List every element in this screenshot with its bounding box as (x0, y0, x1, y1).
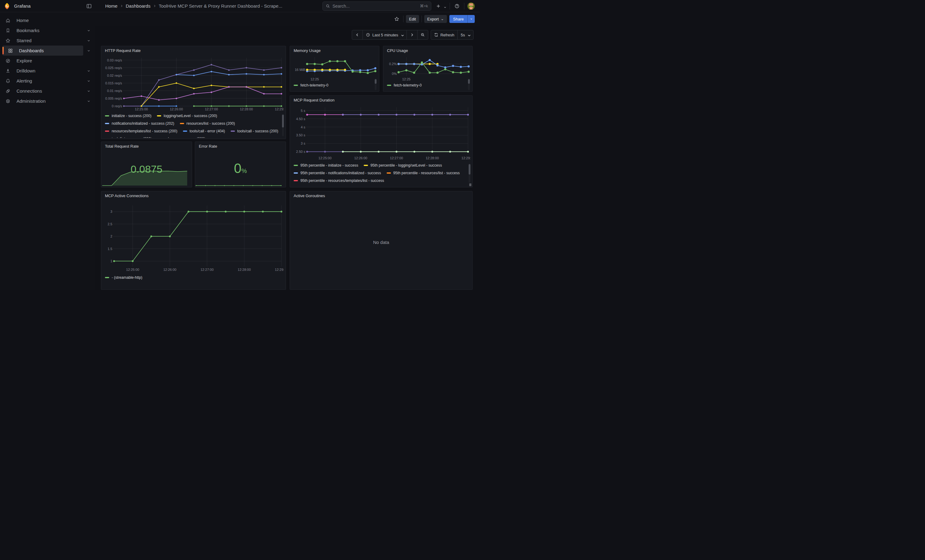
http-request-rate-chart: 0 req/s0.005 req/s0.01 req/s0.015 req/s0… (103, 56, 284, 111)
panel-mcp-active-connections: MCP Active Connections 11.522.5312:25:00… (101, 191, 286, 290)
zoom-out-time-button[interactable] (417, 30, 428, 39)
legend-scrollbar[interactable] (282, 114, 284, 136)
legend-item[interactable]: - (streamable-http) (105, 275, 142, 280)
svg-text:12:29:00: 12:29:00 (275, 107, 284, 111)
add-new-button[interactable] (434, 2, 442, 10)
chevron-down-icon[interactable] (87, 29, 90, 32)
legend-item[interactable]: logging/setLevel - success (200) (157, 113, 217, 118)
dashboard-toolbar: Edit Export Share (95, 12, 480, 26)
time-shift-back-button[interactable] (352, 30, 363, 39)
error-value: 0 (234, 161, 241, 176)
chevron-down-icon[interactable] (87, 49, 90, 53)
divider (464, 3, 464, 9)
breadcrumb-dashboards[interactable]: Dashboards (126, 3, 151, 9)
legend-item[interactable]: resources/templates/list - success (200) (105, 129, 178, 133)
legend-swatch (105, 123, 109, 124)
help-button[interactable] (453, 2, 461, 10)
error-unit: % (241, 168, 247, 174)
refresh-button[interactable]: Refresh (431, 30, 458, 39)
time-range-label: Last 5 minutes (372, 33, 398, 37)
edit-button[interactable]: Edit (406, 15, 419, 23)
legend: fetch-telemetry-0 (387, 83, 465, 90)
share-menu-button[interactable] (467, 15, 475, 23)
sidebar-item-connections[interactable]: Connections (3, 86, 83, 96)
chevron-down-icon[interactable] (87, 69, 90, 73)
svg-text:12:25: 12:25 (310, 77, 319, 81)
chevron-down-icon (401, 33, 404, 36)
avatar[interactable] (467, 3, 475, 10)
legend-item[interactable]: 95th percentile - logging/setLevel - suc… (364, 163, 442, 168)
legend-item[interactable]: tools/call - error (404) (183, 129, 225, 133)
home-icon (6, 18, 11, 23)
share-button[interactable]: Share (449, 15, 467, 23)
refresh-interval-picker[interactable]: 5s (457, 30, 473, 39)
svg-text:12:27:00: 12:27:00 (390, 156, 403, 160)
breadcrumb-home[interactable]: Home (105, 3, 118, 9)
panel-title[interactable]: Active Goroutines (290, 191, 472, 198)
sidebar-item-drilldown[interactable]: Drilldown (3, 66, 83, 76)
sidebar-item-dashboards[interactable]: Dashboards (3, 45, 83, 56)
star-dashboard-button[interactable] (393, 15, 401, 23)
legend-item[interactable]: initialize - success (200) (105, 113, 151, 118)
time-shift-forward-button[interactable] (407, 30, 417, 39)
legend-item[interactable]: 95th percentile - resources/list - succe… (387, 171, 460, 175)
search-shortcut: ⌘+k (420, 4, 428, 8)
legend-item[interactable]: 95th percentile - initialize - success (294, 163, 358, 168)
legend-item[interactable]: 95th percentile - resources/templates/li… (294, 178, 384, 183)
legend-label: - (streamable-http) (111, 275, 142, 280)
export-button[interactable]: Export (424, 15, 447, 23)
legend-item[interactable]: resources/list - success (200) (180, 121, 235, 126)
legend-item[interactable]: tools/list - success (200) (105, 136, 152, 138)
panel-title[interactable]: CPU Usage (383, 46, 472, 53)
panel-title[interactable]: MCP Active Connections (101, 191, 286, 198)
svg-text:12:26:00: 12:26:00 (163, 268, 176, 272)
legend-swatch (387, 85, 391, 86)
panel-title[interactable]: Total Request Rate (101, 142, 192, 149)
chevron-down-icon[interactable] (87, 99, 90, 103)
sidebar-item-label: Home (17, 18, 29, 23)
legend-label: tools/list - success (200) (111, 137, 152, 138)
chevron-down-icon[interactable] (443, 5, 447, 8)
legend-label: 95th percentile - resources/list - succe… (393, 171, 460, 175)
legend-swatch (294, 173, 298, 174)
sidebar-item-explore[interactable]: Explore (3, 56, 83, 66)
sidebar-item-home[interactable]: Home (3, 15, 83, 26)
svg-text:12:29:00: 12:29:00 (275, 268, 284, 272)
plug-icon (6, 89, 11, 93)
chevron-down-icon[interactable] (87, 79, 90, 83)
legend-swatch (294, 85, 298, 86)
legend-item[interactable]: tools/call - success (200) (230, 129, 278, 133)
legend-item[interactable]: fetch-telemetry-0 (387, 83, 422, 87)
time-range-picker[interactable]: Last 5 minutes (363, 30, 407, 39)
sidebar-item-alerting[interactable]: Alerting (3, 76, 83, 86)
legend-item[interactable]: unknown - success (200) (157, 136, 205, 138)
legend-scrollbar[interactable] (468, 78, 470, 90)
legend-item[interactable]: notifications/initialized - success (202… (105, 121, 174, 126)
legend-item[interactable]: 95th percentile - notifications/initiali… (294, 171, 381, 175)
svg-text:3.50 s: 3.50 s (296, 133, 305, 137)
sidebar-item-administration[interactable]: Administration (3, 96, 83, 106)
grafana-logo-icon[interactable] (4, 3, 11, 9)
search-input[interactable]: Search... ⌘+k (322, 2, 431, 11)
chevron-down-icon (467, 33, 470, 36)
svg-text:3: 3 (110, 210, 112, 213)
legend-scrollbar[interactable] (375, 78, 377, 90)
legend: - (streamable-http) (105, 275, 280, 288)
collapse-sidebar-icon[interactable] (86, 3, 92, 9)
sidebar-item-bookmarks[interactable]: Bookmarks (3, 26, 83, 36)
panel-title[interactable]: Memory Usage (290, 46, 379, 53)
svg-text:12:27:00: 12:27:00 (200, 268, 214, 272)
chevron-down-icon[interactable] (87, 89, 90, 93)
svg-text:12:28:00: 12:28:00 (240, 107, 253, 111)
sidebar-item-starred[interactable]: Starred (3, 36, 83, 45)
refresh-interval-label: 5s (461, 33, 465, 37)
panel-title[interactable]: Error Rate (195, 142, 286, 149)
svg-text:12:25:00: 12:25:00 (318, 156, 331, 160)
legend-item[interactable]: fetch-telemetry-0 (294, 83, 328, 87)
panel-title[interactable]: HTTP Request Rate (101, 46, 286, 53)
legend: fetch-telemetry-0 (294, 83, 372, 90)
panel-title[interactable]: MCP Request Duration (290, 96, 472, 102)
chevron-down-icon[interactable] (87, 39, 90, 42)
legend-swatch (105, 131, 109, 132)
legend-scrollbar[interactable] (469, 164, 470, 183)
